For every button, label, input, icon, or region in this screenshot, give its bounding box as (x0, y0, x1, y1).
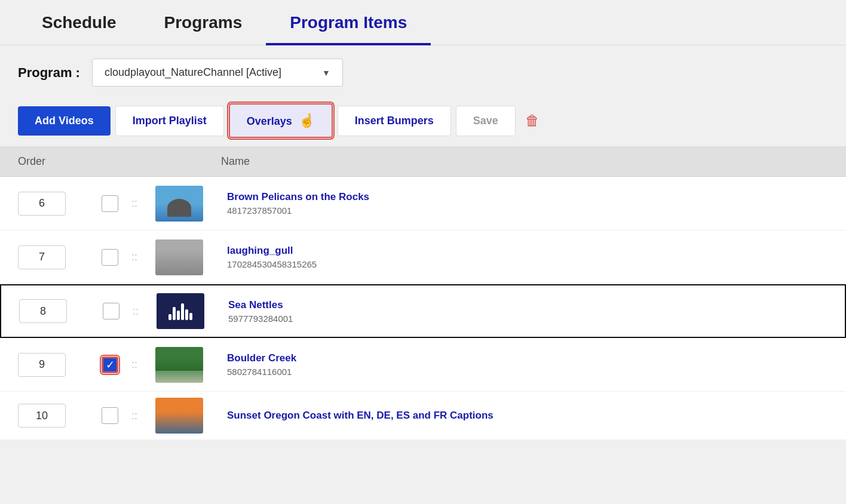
item-id: 5802784116001 (227, 367, 828, 377)
row-checkbox[interactable] (102, 407, 118, 424)
drag-handle-icon[interactable]: :: (131, 251, 137, 263)
order-number[interactable]: 8 (19, 299, 67, 323)
row-check-cell (103, 303, 133, 319)
row-checkbox[interactable] (103, 303, 119, 319)
order-number[interactable]: 6 (18, 192, 66, 216)
col-header-name: Name (209, 155, 828, 168)
table-header: Order Name (0, 147, 846, 177)
program-selector[interactable]: cloudplayout_NatureChannel [Active] ▼ (92, 59, 343, 87)
row-check-cell (102, 407, 131, 424)
table-row: 6 :: Brown Pelicans on the Rocks 4817237… (0, 177, 846, 231)
checkmark-icon: ✓ (106, 358, 115, 371)
insert-bumpers-button[interactable]: Insert Bumpers (338, 106, 451, 136)
import-playlist-button[interactable]: Import Playlist (115, 106, 224, 136)
program-items-table: Order Name 6 :: Brown Pelicans on the Ro… (0, 146, 846, 440)
overlays-button[interactable]: Overlays ☝ (229, 103, 333, 138)
row-drag-cell: :: (131, 197, 155, 210)
row-check-cell (102, 249, 131, 266)
row-order-cell: 6 (18, 192, 102, 216)
row-drag-cell: :: (131, 410, 155, 422)
row-thumbnail (157, 293, 204, 329)
item-id: 5977793284001 (228, 314, 827, 324)
tab-programs[interactable]: Programs (140, 0, 266, 45)
row-check-cell (102, 195, 131, 212)
row-name-cell: Boulder Creek 5802784116001 (215, 352, 828, 377)
table-row: 7 :: laughing_gull 170284530458315265 (0, 231, 846, 284)
action-row: Add Videos Import Playlist Overlays ☝ In… (0, 97, 846, 146)
drag-handle-icon[interactable]: :: (131, 197, 137, 209)
overlays-label: Overlays (247, 115, 292, 127)
row-name-cell: Sea Nettles 5977793284001 (216, 299, 827, 324)
add-videos-button[interactable]: Add Videos (18, 106, 111, 136)
program-row: Program : cloudplayout_NatureChannel [Ac… (0, 45, 846, 97)
item-title: Sea Nettles (228, 299, 827, 311)
row-name-cell: laughing_gull 170284530458315265 (215, 245, 828, 269)
item-title: Boulder Creek (227, 352, 828, 364)
tab-program-items[interactable]: Program Items (266, 0, 431, 45)
row-drag-cell: :: (131, 251, 155, 263)
item-id: 4817237857001 (227, 205, 828, 216)
drag-handle-icon[interactable]: :: (133, 305, 139, 317)
item-id: 170284530458315265 (227, 259, 828, 269)
row-thumbnail (155, 347, 203, 383)
chevron-down-icon: ▼ (322, 68, 330, 78)
trash-icon: 🗑 (525, 112, 540, 128)
row-thumbnail (155, 239, 203, 275)
row-order-cell: 10 (18, 404, 102, 428)
table-row: 9 ✓ :: Boulder Creek 5802784116001 (0, 338, 846, 392)
program-label: Program : (18, 65, 80, 81)
program-value: cloudplayout_NatureChannel [Active] (105, 66, 281, 79)
table-row: 8 :: Sea Nettles 5977793284001 (0, 284, 846, 338)
row-name-cell: Sunset Oregon Coast with EN, DE, ES and … (215, 410, 828, 422)
row-check-cell: ✓ (102, 357, 131, 373)
row-checkbox[interactable] (102, 195, 118, 212)
table-row: 10 :: Sunset Oregon Coast with EN, DE, E… (0, 392, 846, 440)
drag-handle-icon[interactable]: :: (131, 410, 137, 422)
row-checkbox[interactable]: ✓ (102, 357, 118, 373)
row-name-cell: Brown Pelicans on the Rocks 481723785700… (215, 191, 828, 216)
tabs-bar: Schedule Programs Program Items (0, 0, 846, 45)
row-thumbnail (155, 186, 203, 222)
delete-button[interactable]: 🗑 (520, 106, 544, 135)
order-number[interactable]: 7 (18, 245, 66, 269)
item-title: laughing_gull (227, 245, 828, 257)
row-order-cell: 9 (18, 353, 102, 377)
drag-handle-icon[interactable]: :: (131, 358, 137, 370)
row-order-cell: 7 (18, 245, 102, 269)
save-button[interactable]: Save (456, 106, 516, 136)
item-title: Brown Pelicans on the Rocks (227, 191, 828, 203)
row-order-cell: 8 (19, 299, 103, 323)
order-number[interactable]: 9 (18, 353, 66, 377)
cursor-hand-icon: ☝ (299, 113, 315, 128)
row-drag-cell: :: (131, 358, 155, 371)
order-number[interactable]: 10 (18, 404, 66, 428)
row-thumbnail (155, 398, 203, 434)
item-title: Sunset Oregon Coast with EN, DE, ES and … (227, 410, 828, 422)
waveform-icon (168, 302, 192, 320)
row-drag-cell: :: (133, 305, 157, 318)
row-checkbox[interactable] (102, 249, 118, 266)
tab-schedule[interactable]: Schedule (18, 0, 140, 45)
col-header-order: Order (18, 155, 102, 168)
